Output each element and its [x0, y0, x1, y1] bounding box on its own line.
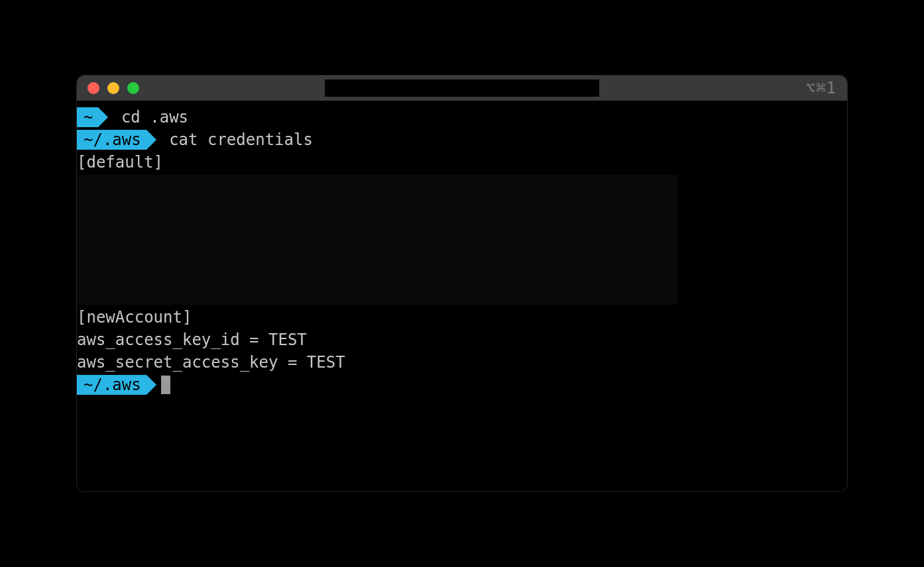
- terminal-window: ⌥⌘1 ~ cd .aws ~/.aws cat credentials [de…: [77, 76, 847, 491]
- redacted-output: [77, 175, 677, 305]
- prompt-path: ~/.aws: [77, 130, 146, 150]
- command-text: cd .aws: [111, 106, 188, 129]
- title-bar: ⌥⌘1: [77, 76, 847, 101]
- traffic-lights: [87, 82, 139, 94]
- terminal-body[interactable]: ~ cd .aws ~/.aws cat credentials [defaul…: [77, 101, 847, 491]
- terminal-output: aws_access_key_id = TEST: [77, 329, 847, 351]
- title-redacted: [325, 79, 599, 97]
- terminal-output: [default]: [77, 151, 847, 174]
- terminal-output: [newAccount]: [77, 306, 847, 329]
- command-text: cat credentials: [160, 129, 313, 151]
- terminal-line: ~/.aws cat credentials: [77, 129, 847, 151]
- close-icon[interactable]: [87, 82, 99, 94]
- cursor-icon: [161, 376, 170, 394]
- prompt-path: ~: [77, 107, 98, 127]
- terminal-line: ~ cd .aws: [77, 106, 847, 129]
- terminal-output: aws_secret_access_key = TEST: [77, 351, 847, 374]
- shortcut-label: ⌥⌘1: [806, 79, 837, 97]
- minimize-icon[interactable]: [107, 82, 119, 94]
- prompt-path: ~/.aws: [77, 375, 146, 395]
- maximize-icon[interactable]: [127, 82, 139, 94]
- terminal-line: ~/.aws: [77, 374, 847, 396]
